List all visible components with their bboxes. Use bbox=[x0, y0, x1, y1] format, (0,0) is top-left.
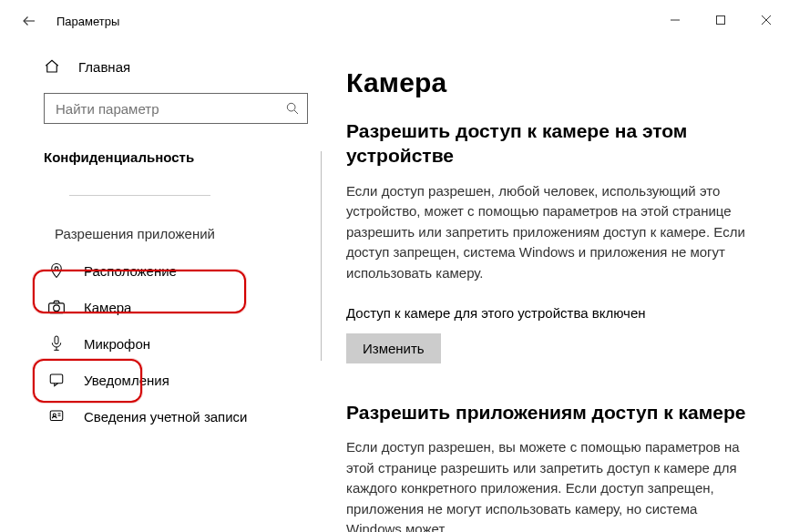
camera-access-status: Доступ к камере для этого устройства вкл… bbox=[346, 305, 753, 321]
sidebar-item-label: Камера bbox=[84, 300, 131, 315]
home-icon bbox=[44, 58, 60, 75]
arrow-left-icon bbox=[21, 13, 37, 29]
sidebar-item-label: Микрофон bbox=[84, 336, 150, 352]
back-button[interactable] bbox=[18, 10, 40, 32]
location-icon bbox=[47, 261, 66, 280]
maximize-icon bbox=[715, 15, 726, 26]
svg-rect-10 bbox=[55, 336, 58, 344]
svg-rect-2 bbox=[717, 16, 725, 25]
titlebar: Параметры bbox=[0, 0, 789, 42]
section2-heading: Разрешить приложениям доступ к камере bbox=[346, 400, 753, 425]
change-button[interactable]: Изменить bbox=[346, 333, 441, 363]
close-icon bbox=[761, 15, 772, 26]
search-box[interactable] bbox=[44, 93, 308, 124]
sidebar-item-camera[interactable]: Камера bbox=[44, 289, 319, 325]
sidebar-item-location[interactable]: Расположение bbox=[44, 252, 319, 289]
svg-point-15 bbox=[53, 414, 56, 416]
window-title: Параметры bbox=[56, 15, 119, 28]
sidebar-home-label: Главная bbox=[78, 59, 130, 75]
svg-rect-13 bbox=[50, 374, 63, 384]
sidebar-home[interactable]: Главная bbox=[44, 58, 319, 75]
account-info-icon bbox=[47, 407, 66, 425]
section1-heading: Разрешить доступ к камере на этом устрой… bbox=[346, 118, 753, 169]
svg-point-7 bbox=[55, 267, 58, 271]
section2-description: Если доступ разрешен, вы можете с помощь… bbox=[346, 437, 753, 532]
close-button[interactable] bbox=[743, 0, 789, 40]
sidebar-item-label: Уведомления bbox=[84, 373, 169, 388]
notifications-icon bbox=[47, 371, 66, 389]
search-input[interactable] bbox=[54, 100, 285, 118]
camera-icon bbox=[47, 298, 66, 316]
microphone-icon bbox=[47, 334, 66, 353]
section1-description: Если доступ разрешен, любой человек, исп… bbox=[346, 181, 753, 284]
sidebar-item-microphone[interactable]: Микрофон bbox=[44, 325, 319, 362]
svg-line-6 bbox=[294, 110, 298, 114]
svg-rect-14 bbox=[50, 411, 63, 421]
sidebar: Главная Конфиденциальность Разрешения Wi… bbox=[0, 42, 319, 532]
sidebar-item-label: Сведения учетной записи bbox=[84, 409, 248, 425]
sidebar-section-header: Разрешения приложений bbox=[44, 219, 319, 249]
sidebar-item-account-info[interactable]: Сведения учетной записи bbox=[44, 398, 319, 435]
settings-window: Параметры Главная bbox=[0, 0, 789, 532]
sidebar-faded-item: Разрешения Windows bbox=[44, 181, 319, 208]
search-icon bbox=[285, 101, 300, 116]
page-title: Камера bbox=[346, 67, 753, 98]
sidebar-item-notifications[interactable]: Уведомления bbox=[44, 362, 319, 398]
maximize-button[interactable] bbox=[698, 0, 743, 40]
window-controls bbox=[652, 0, 789, 40]
sidebar-category: Конфиденциальность bbox=[44, 149, 319, 165]
minimize-icon bbox=[670, 15, 681, 26]
main-content: Камера Разрешить доступ к камере на этом… bbox=[319, 42, 789, 532]
svg-point-5 bbox=[287, 103, 295, 111]
scroll-indicator[interactable] bbox=[321, 151, 322, 361]
minimize-button[interactable] bbox=[652, 0, 698, 40]
svg-point-9 bbox=[54, 305, 60, 312]
sidebar-item-label: Расположение bbox=[84, 263, 177, 279]
